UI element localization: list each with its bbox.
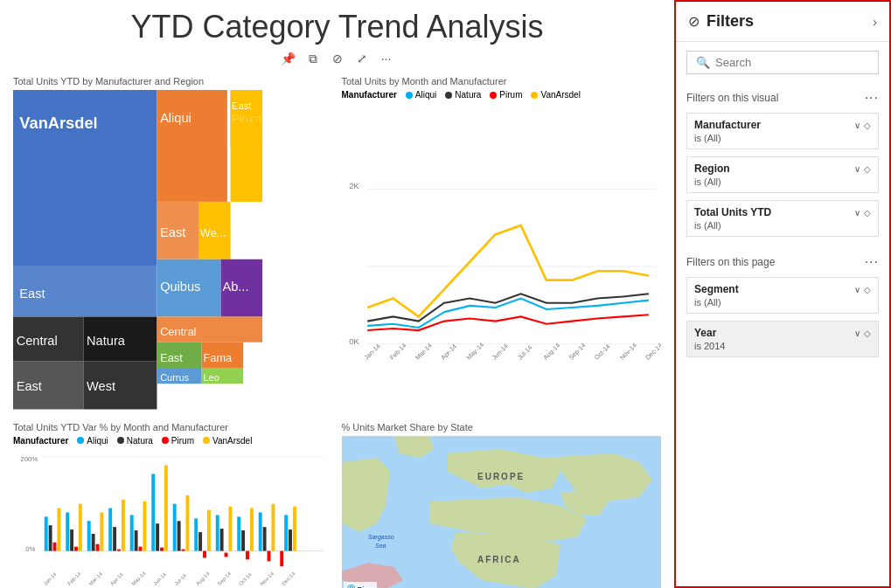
svg-text:Leo: Leo — [203, 372, 219, 383]
filter-region-chevron[interactable]: ∨ — [854, 164, 860, 174]
filter-total-units-clear[interactable]: ◇ — [864, 208, 871, 218]
filter-year-chevron[interactable]: ∨ — [854, 329, 860, 338]
page-filters-title: Filters on this page — [686, 256, 775, 268]
svg-rect-104 — [284, 515, 288, 550]
filter-segment-clear[interactable]: ◇ — [864, 285, 871, 294]
svg-text:Quibus: Quibus — [160, 280, 200, 294]
page-filters-more[interactable]: ··· — [865, 254, 879, 270]
filter-manufacturer-header: Manufacturer ∨ ◇ — [694, 119, 871, 131]
filter-total-units-chevron[interactable]: ∨ — [854, 208, 860, 218]
filter-manufacturer[interactable]: Manufacturer ∨ ◇ is (All) — [686, 113, 879, 149]
svg-text:Jun-14: Jun-14 — [490, 342, 509, 362]
map[interactable]: EUROPE AFRICA Sargasso Sea Ⓑ Bing © 2021… — [342, 436, 662, 589]
filter-year[interactable]: Year ∨ ◇ is 2014 — [686, 321, 879, 357]
filter-icon[interactable]: ⊘ — [329, 50, 346, 67]
svg-rect-64 — [70, 529, 73, 550]
svg-text:Apr-14: Apr-14 — [109, 571, 124, 585]
bar-vanarsdel-dot — [203, 437, 210, 444]
filter-manufacturer-clear[interactable]: ◇ — [864, 121, 871, 130]
treemap[interactable]: VanArsdel East Central Natura East West — [13, 90, 333, 410]
svg-rect-91 — [216, 515, 219, 550]
filter-region-actions: ∨ ◇ — [854, 164, 871, 174]
bar-legend-natura: Natura — [117, 436, 153, 446]
line-chart[interactable]: 2K 0K Jan-14 Feb-14 — [342, 102, 662, 422]
filter-total-units-value: is (All) — [694, 220, 871, 231]
expand-icon[interactable]: ⤢ — [353, 50, 371, 67]
visual-filters-header: Filters on this visual ··· — [676, 83, 889, 109]
filter-region-clear[interactable]: ◇ — [864, 164, 871, 174]
legend-aliqui: Aliqui — [406, 90, 436, 100]
svg-text:Currus: Currus — [160, 372, 189, 383]
filter-region[interactable]: Region ∨ ◇ is (All) — [686, 156, 879, 193]
pin-icon[interactable]: 📌 — [280, 50, 297, 67]
bar-vanarsdel-label: VanArsdel — [212, 436, 252, 446]
svg-rect-65 — [74, 546, 78, 550]
bing-text: Bing — [358, 585, 373, 588]
svg-rect-96 — [241, 530, 245, 551]
filter-segment-chevron[interactable]: ∨ — [854, 285, 860, 294]
bar-chart-legend: Manufacturer Aliqui Natura Pirum VanArsd… — [13, 436, 333, 446]
line-chart-legend: Manufacturer Aliqui Natura Pirum VanArsd… — [342, 90, 662, 100]
svg-text:Aug-14: Aug-14 — [195, 570, 211, 585]
svg-rect-67 — [87, 521, 91, 550]
svg-text:Feb-14: Feb-14 — [66, 571, 82, 586]
line-chart-title: Total Units by Month and Manufacturer — [342, 76, 662, 86]
filter-region-header: Region ∨ ◇ — [694, 163, 871, 175]
svg-rect-74 — [122, 499, 125, 550]
natura-label: Natura — [455, 90, 481, 100]
svg-text:Oct-14: Oct-14 — [238, 571, 253, 585]
filters-expand-icon[interactable]: › — [873, 15, 877, 29]
svg-marker-121 — [429, 497, 587, 541]
visual-filters-more[interactable]: ··· — [865, 90, 879, 106]
bar-natura-dot — [117, 437, 124, 444]
filters-title: Filters — [707, 12, 754, 31]
filter-segment-name: Segment — [694, 283, 739, 295]
filter-total-units[interactable]: Total Units YTD ∨ ◇ is (All) — [686, 200, 879, 237]
svg-text:We...: We... — [200, 226, 226, 239]
svg-text:0%: 0% — [25, 544, 35, 552]
filter-region-name: Region — [694, 163, 730, 175]
svg-rect-73 — [117, 549, 121, 550]
svg-marker-119 — [447, 449, 560, 493]
filter-total-units-name: Total Units YTD — [694, 206, 771, 218]
svg-text:2K: 2K — [349, 181, 359, 190]
filter-year-clear[interactable]: ◇ — [864, 329, 871, 338]
legend-natura: Natura — [445, 90, 481, 100]
copy-icon[interactable]: ⧉ — [304, 50, 322, 67]
filter-manufacturer-chevron[interactable]: ∨ — [854, 121, 860, 130]
charts-grid: Total Units YTD by Manufacturer and Regi… — [13, 76, 661, 568]
legend-vanarsdel: VanArsdel — [531, 90, 580, 100]
map-title: % Units Market Share by State — [342, 422, 662, 432]
svg-text:Feb-14: Feb-14 — [387, 342, 407, 362]
svg-text:200%: 200% — [20, 454, 38, 462]
vanarsdel-dot — [531, 92, 538, 99]
treemap-container: Total Units YTD by Manufacturer and Regi… — [13, 76, 333, 413]
search-input[interactable] — [715, 56, 869, 69]
more-icon[interactable]: ··· — [378, 50, 395, 67]
svg-rect-98 — [250, 508, 254, 550]
svg-text:Central: Central — [17, 334, 58, 348]
bar-chart[interactable]: 200% 0% — [13, 448, 333, 589]
search-box[interactable]: 🔍 — [686, 51, 879, 74]
svg-rect-95 — [237, 516, 240, 550]
svg-text:East: East — [160, 351, 183, 364]
filter-segment[interactable]: Segment ∨ ◇ is (All) — [686, 277, 879, 314]
bar-chart-container: Total Units YTD Var % by Month and Manuf… — [13, 422, 333, 589]
svg-rect-69 — [96, 543, 100, 550]
bar-aliqui-label: Aliqui — [87, 436, 108, 446]
svg-rect-75 — [130, 515, 134, 550]
svg-rect-78 — [143, 501, 146, 550]
filters-panel: ⊘ Filters › 🔍 Filters on this visual ···… — [674, 0, 891, 588]
svg-rect-92 — [220, 529, 224, 550]
svg-rect-90 — [207, 509, 211, 550]
svg-text:Fama: Fama — [203, 351, 233, 364]
filters-title-area: ⊘ Filters — [688, 12, 754, 31]
svg-rect-88 — [198, 532, 202, 551]
filter-region-value: is (All) — [694, 176, 871, 187]
svg-text:Sea: Sea — [375, 543, 386, 549]
svg-text:Oct-14: Oct-14 — [592, 342, 611, 362]
filter-year-value: is 2014 — [694, 341, 871, 351]
svg-text:East: East — [160, 225, 185, 239]
svg-rect-72 — [113, 527, 116, 550]
svg-rect-62 — [57, 508, 60, 550]
